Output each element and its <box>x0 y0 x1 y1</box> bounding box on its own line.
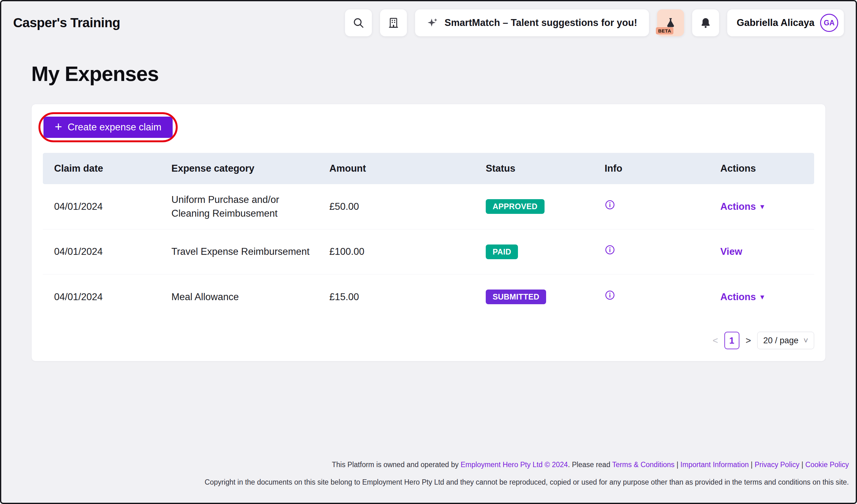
footer-text: This Platform is owned and operated by <box>332 460 461 469</box>
terms-conditions-link[interactable]: Terms & Conditions <box>612 460 674 469</box>
info-icon[interactable] <box>605 290 615 300</box>
beta-badge: BETA <box>656 27 673 34</box>
user-menu[interactable]: Gabriella Alicaya GA <box>727 10 844 36</box>
expense-row-1: 04/01/2024 Uniform Purchase and/or Clean… <box>43 184 814 229</box>
footer-legal-line: This Platform is owned and operated by E… <box>1 460 849 469</box>
footer-separator: | <box>675 460 680 469</box>
building-icon <box>388 17 399 29</box>
claim-date-cell: 04/01/2024 <box>43 229 160 274</box>
create-expense-claim-button[interactable]: + Create expense claim <box>44 117 173 138</box>
info-cell <box>593 184 709 229</box>
screen: Casper's Training <box>0 0 857 504</box>
caret-down-icon: ▾ <box>760 293 764 301</box>
info-icon[interactable] <box>605 244 615 255</box>
pagination-prev-icon[interactable]: < <box>712 335 718 346</box>
column-header-actions: Actions <box>709 153 814 184</box>
actions-cell: Actions ▾ <box>709 184 814 229</box>
page-size-select[interactable]: 20 / page ˅ <box>757 332 814 349</box>
column-header-status: Status <box>474 153 593 184</box>
expense-category-cell: Travel Expense Reimbursement <box>160 229 318 274</box>
column-header-info: Info <box>593 153 709 184</box>
actions-cell: Actions ▾ <box>709 274 814 319</box>
column-header-claim-date: Claim date <box>43 153 160 184</box>
employment-hero-link[interactable]: Employment Hero Pty Ltd © 2024 <box>461 460 568 469</box>
footer: This Platform is owned and operated by E… <box>1 460 856 503</box>
row-action-label: View <box>720 245 742 258</box>
top-bar: Casper's Training <box>1 1 856 36</box>
avatar: GA <box>820 14 838 32</box>
create-row: + Create expense claim <box>44 117 814 138</box>
expense-row-2: 04/01/2024 Travel Expense Reimbursement … <box>43 229 814 274</box>
column-header-amount: Amount <box>318 153 474 184</box>
expense-category-cell: Uniform Purchase and/or Cleaning Reimbus… <box>160 184 318 229</box>
amount-cell: £100.00 <box>318 229 474 274</box>
pagination: < 1 > 20 / page ˅ <box>43 332 814 349</box>
smartmatch-button[interactable]: SmartMatch – Talent suggestions for you! <box>415 10 649 36</box>
important-information-link[interactable]: Important Information <box>680 460 749 469</box>
expenses-card: + Create expense claim Claim date Expens… <box>31 104 826 361</box>
column-header-expense-category: Expense category <box>160 153 318 184</box>
footer-copyright: Copyright in the documents on this site … <box>1 478 849 486</box>
pagination-page-1[interactable]: 1 <box>724 332 739 349</box>
status-badge: PAID <box>486 244 518 259</box>
row-actions-dropdown[interactable]: Actions ▾ <box>720 290 764 303</box>
plus-icon: + <box>55 120 62 133</box>
status-cell: SUBMITTED <box>474 274 593 319</box>
expenses-table: Claim date Expense category Amount Statu… <box>43 153 814 319</box>
sparkle-icon <box>427 17 438 29</box>
amount-cell: £50.00 <box>318 184 474 229</box>
expense-row-3: 04/01/2024 Meal Allowance £15.00 SUBMITT… <box>43 274 814 319</box>
pagination-next-icon[interactable]: > <box>746 335 751 346</box>
status-badge: APPROVED <box>486 199 544 214</box>
org-name: Casper's Training <box>13 15 120 30</box>
row-view-link[interactable]: View <box>720 245 746 258</box>
labs-button[interactable]: BETA <box>657 10 684 36</box>
footer-text: . Please read <box>568 460 612 469</box>
page-title: My Expenses <box>31 62 856 86</box>
privacy-policy-link[interactable]: Privacy Policy <box>755 460 800 469</box>
bell-icon <box>700 17 711 29</box>
top-bar-actions: SmartMatch – Talent suggestions for you!… <box>345 10 844 36</box>
create-expense-claim-label: Create expense claim <box>68 122 162 133</box>
footer-separator: | <box>800 460 805 469</box>
table-header-row: Claim date Expense category Amount Statu… <box>43 153 814 184</box>
actions-cell: View <box>709 229 814 274</box>
search-icon <box>353 17 364 29</box>
info-icon[interactable] <box>605 199 615 210</box>
footer-separator: | <box>749 460 755 469</box>
notifications-button[interactable] <box>692 10 719 36</box>
chevron-down-icon: ˅ <box>804 336 808 346</box>
page-size-value: 20 / page <box>763 336 799 346</box>
status-badge: SUBMITTED <box>486 290 546 304</box>
cookie-policy-link[interactable]: Cookie Policy <box>805 460 849 469</box>
user-name: Gabriella Alicaya <box>737 17 814 29</box>
caret-down-icon: ▾ <box>760 203 764 210</box>
row-action-label: Actions <box>720 200 756 213</box>
claim-date-cell: 04/01/2024 <box>43 274 160 319</box>
amount-cell: £15.00 <box>318 274 474 319</box>
smartmatch-label: SmartMatch – Talent suggestions for you! <box>444 17 637 29</box>
organisation-button[interactable] <box>380 10 407 36</box>
claim-date-cell: 04/01/2024 <box>43 184 160 229</box>
row-actions-dropdown[interactable]: Actions ▾ <box>720 200 764 213</box>
search-button[interactable] <box>345 10 372 36</box>
info-cell <box>593 274 709 319</box>
status-cell: PAID <box>474 229 593 274</box>
status-cell: APPROVED <box>474 184 593 229</box>
row-action-label: Actions <box>720 290 756 303</box>
info-cell <box>593 229 709 274</box>
expense-category-cell: Meal Allowance <box>160 274 318 319</box>
